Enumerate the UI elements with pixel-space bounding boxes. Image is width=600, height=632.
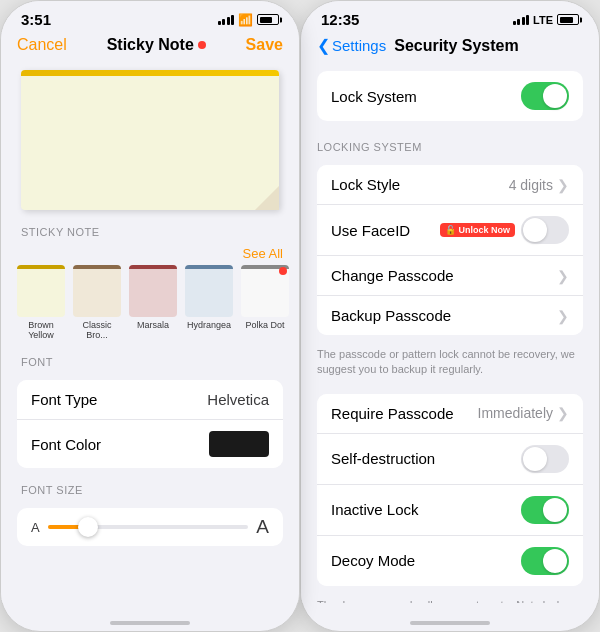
- font-color-label: Font Color: [31, 436, 101, 453]
- left-time: 3:51: [21, 11, 51, 28]
- font-color-swatch[interactable]: [209, 431, 269, 457]
- chevron-right-icon: ❯: [557, 177, 569, 193]
- font-type-label: Font Type: [31, 391, 97, 408]
- left-status-icons: 📶: [218, 13, 280, 27]
- thumb-polka-dot[interactable]: [241, 265, 289, 317]
- right-content: Lock System LOCKING SYSTEM Lock Style 4 …: [301, 63, 599, 603]
- thumb-classic[interactable]: [73, 265, 121, 317]
- locking-section: Lock Style 4 digits ❯ Use FaceID 🔓 Unloc…: [317, 165, 583, 335]
- toggle-knob: [543, 84, 567, 108]
- font-size-section-label: FONT SIZE: [1, 476, 299, 500]
- font-size-section: A A: [17, 508, 283, 546]
- sticky-note-section-label: STICKY NOTE: [1, 218, 299, 242]
- list-item[interactable]: Brown Yellow: [17, 265, 65, 340]
- font-color-row[interactable]: Font Color: [17, 420, 283, 468]
- font-size-row: A A: [17, 508, 283, 546]
- self-destruction-label: Self-destruction: [331, 450, 435, 467]
- list-item[interactable]: Classic Bro...: [73, 265, 121, 340]
- toggle-knob: [523, 218, 547, 242]
- lock-style-label: Lock Style: [331, 176, 400, 193]
- lock-system-row[interactable]: Lock System: [317, 71, 583, 121]
- backup-passcode-label: Backup Passcode: [331, 307, 451, 324]
- decoy-description: The decoy passcode allows you to enter N…: [301, 594, 599, 603]
- list-item[interactable]: Polka Dot: [241, 265, 289, 340]
- use-faceid-label: Use FaceID: [331, 222, 410, 239]
- decoy-mode-toggle[interactable]: [521, 547, 569, 575]
- right-signal-icon: [513, 15, 530, 25]
- signal-icon: [218, 15, 235, 25]
- font-size-large-a: A: [256, 516, 269, 538]
- self-destruction-row[interactable]: Self-destruction: [317, 434, 583, 485]
- inactive-lock-toggle[interactable]: [521, 496, 569, 524]
- chevron-right-icon: ❯: [557, 308, 569, 324]
- thumb-badge: [279, 267, 287, 275]
- left-phone: 3:51 📶 Cancel Sticky Note S: [0, 0, 300, 632]
- sticky-note-preview: [21, 70, 279, 210]
- use-faceid-row[interactable]: Use FaceID 🔓 Unlock Now: [317, 205, 583, 256]
- page-title: Security System: [394, 37, 519, 55]
- lock-system-label: Lock System: [331, 88, 417, 105]
- left-nav-bar: Cancel Sticky Note Save: [1, 32, 299, 62]
- right-nav-bar: ❮ Settings Security System: [301, 32, 599, 63]
- font-type-row[interactable]: Font Type Helvetica: [17, 380, 283, 420]
- thumbnails-row: Brown Yellow Classic Bro... Marsala: [1, 265, 299, 340]
- self-destruction-toggle[interactable]: [521, 445, 569, 473]
- faceid-toggle[interactable]: [521, 216, 569, 244]
- right-status-icons: LTE: [513, 14, 579, 26]
- cancel-button[interactable]: Cancel: [17, 36, 67, 54]
- change-passcode-label: Change Passcode: [331, 267, 454, 284]
- require-passcode-row[interactable]: Require Passcode Immediately ❯: [317, 394, 583, 434]
- list-item[interactable]: Marsala: [129, 265, 177, 340]
- thumb-hydrangea[interactable]: [185, 265, 233, 317]
- faceid-controls: 🔓 Unlock Now: [440, 216, 569, 244]
- backup-description: The passcode or pattern lock cannot be r…: [301, 343, 599, 386]
- home-bar: [110, 621, 190, 625]
- right-time: 12:35: [321, 11, 359, 28]
- require-passcode-value: Immediately ❯: [478, 405, 569, 421]
- lte-icon: LTE: [533, 14, 553, 26]
- left-content: STICKY NOTE See All Brown Yellow: [1, 62, 299, 603]
- toggle-knob: [543, 549, 567, 573]
- lock-style-value: 4 digits ❯: [509, 177, 569, 193]
- font-section-label: FONT: [1, 348, 299, 372]
- thumb-brown-yellow[interactable]: [17, 265, 65, 317]
- thumbnails-section: See All Brown Yellow Classic Bro...: [1, 242, 299, 348]
- home-indicator: [1, 603, 299, 631]
- slider-thumb[interactable]: [78, 517, 98, 537]
- locking-system-section-label: LOCKING SYSTEM: [301, 129, 599, 157]
- battery-icon: [257, 14, 279, 25]
- inactive-lock-row[interactable]: Inactive Lock: [317, 485, 583, 536]
- backup-passcode-row[interactable]: Backup Passcode ❯: [317, 296, 583, 335]
- font-type-value: Helvetica: [207, 391, 269, 408]
- chevron-right-icon: ❯: [557, 268, 569, 284]
- font-settings-section: Font Type Helvetica Font Color: [17, 380, 283, 468]
- list-item[interactable]: Hydrangea: [185, 265, 233, 340]
- font-size-small-a: A: [31, 520, 40, 535]
- right-battery-icon: [557, 14, 579, 25]
- toggle-knob: [543, 498, 567, 522]
- see-all-button[interactable]: See All: [243, 246, 283, 261]
- lock-system-toggle[interactable]: [521, 82, 569, 110]
- title-badge: [198, 41, 206, 49]
- thumb-marsala[interactable]: [129, 265, 177, 317]
- save-button[interactable]: Save: [246, 36, 283, 54]
- back-button[interactable]: ❮ Settings: [317, 36, 386, 55]
- sticky-corner: [255, 186, 279, 210]
- font-size-slider[interactable]: [48, 525, 249, 529]
- decoy-mode-label: Decoy Mode: [331, 552, 415, 569]
- decoy-mode-row[interactable]: Decoy Mode: [317, 536, 583, 586]
- right-home-bar: [410, 621, 490, 625]
- require-passcode-label: Require Passcode: [331, 405, 454, 422]
- wifi-icon: 📶: [238, 13, 253, 27]
- lock-style-row[interactable]: Lock Style 4 digits ❯: [317, 165, 583, 205]
- inactive-lock-label: Inactive Lock: [331, 501, 419, 518]
- change-passcode-row[interactable]: Change Passcode ❯: [317, 256, 583, 296]
- back-chevron-icon: ❮: [317, 36, 330, 55]
- right-phone: 12:35 LTE ❮ Settings Security Syste: [300, 0, 600, 632]
- right-home-indicator: [301, 603, 599, 631]
- unlock-now-badge[interactable]: 🔓 Unlock Now: [440, 223, 515, 237]
- left-status-bar: 3:51 📶: [1, 1, 299, 32]
- toggle-knob: [523, 447, 547, 471]
- right-status-bar: 12:35 LTE: [301, 1, 599, 32]
- left-nav-title: Sticky Note: [107, 36, 206, 54]
